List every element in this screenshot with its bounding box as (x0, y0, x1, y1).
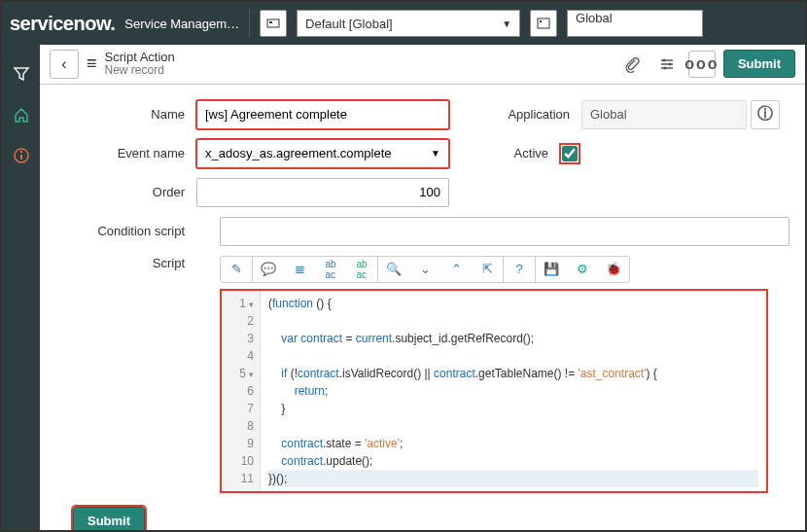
active-checkbox[interactable] (562, 146, 578, 161)
svg-rect-2 (538, 18, 549, 28)
name-input[interactable] (196, 100, 449, 129)
script-toolbar: ✎ 💬 ≣ abac abac 🔍 ⌄ ⌃ ⇱ (220, 256, 630, 283)
format-icon[interactable]: ✎ (221, 257, 252, 282)
scope-select[interactable]: Default [Global]▼ (297, 10, 520, 37)
event-name-label: Event name (55, 146, 196, 160)
save-icon[interactable]: 💾 (536, 257, 567, 282)
active-label: Active (473, 146, 560, 160)
line-gutter: 1234567891011 (222, 291, 261, 491)
submit-button-header[interactable]: Submit (723, 50, 795, 78)
svg-rect-1 (269, 21, 272, 23)
scope-picker-icon[interactable] (260, 10, 287, 37)
svg-point-9 (663, 66, 666, 69)
domain-select[interactable]: Global (567, 10, 703, 37)
popup-icon[interactable]: ⇱ (472, 257, 503, 282)
back-button[interactable]: ‹ (50, 50, 79, 79)
script-label: Script (55, 256, 196, 270)
menu-icon[interactable]: ≡ (87, 53, 97, 74)
submit-button-footer[interactable]: Submit (73, 507, 145, 530)
script-editor[interactable]: 1234567891011 (function () { var contrac… (220, 289, 768, 493)
application-label: Application (494, 107, 581, 122)
more-actions-button[interactable]: ooo (688, 51, 716, 78)
name-label: Name (55, 107, 196, 122)
app-title: Service Managem… (124, 17, 239, 31)
svg-point-8 (668, 62, 671, 65)
svg-rect-6 (20, 151, 22, 153)
settings-icon[interactable] (653, 51, 681, 78)
order-label: Order (55, 185, 196, 199)
help-icon[interactable]: ? (504, 257, 535, 282)
application-info-icon[interactable]: ⓘ (751, 100, 780, 129)
comment-icon[interactable]: 💬 (253, 257, 284, 282)
svg-rect-3 (540, 20, 542, 22)
search-icon[interactable]: 🔍 (378, 257, 409, 282)
servicenow-logo: servicenow. (10, 13, 115, 35)
replace-icon[interactable]: abac (315, 257, 346, 282)
info-icon[interactable] (12, 146, 31, 165)
application-value: Global (581, 100, 747, 129)
attachment-icon[interactable] (618, 51, 646, 78)
svg-point-7 (662, 58, 665, 61)
form-subtitle: New record (105, 64, 175, 78)
align-icon[interactable]: ≣ (284, 257, 315, 282)
collapse-icon[interactable]: ⌄ (409, 257, 440, 282)
run-icon[interactable]: ⚙ (567, 257, 598, 282)
order-input[interactable] (196, 178, 449, 207)
code-content[interactable]: (function () { var contract = current.su… (261, 291, 766, 491)
divider (249, 9, 250, 38)
expand-icon[interactable]: ⌃ (440, 257, 472, 282)
condition-script-label: Condition script (55, 224, 196, 238)
domain-picker-icon[interactable] (530, 10, 557, 37)
svg-rect-5 (20, 155, 22, 160)
event-name-select[interactable]: x_adosy_as.agreement.complete▼ (196, 139, 449, 168)
debug-icon[interactable]: 🐞 (598, 257, 629, 282)
home-icon[interactable] (12, 105, 31, 124)
form-title: Script Action (105, 51, 175, 65)
condition-script-input[interactable] (220, 217, 789, 246)
replace-all-icon[interactable]: abac (346, 257, 377, 282)
svg-rect-0 (267, 19, 279, 27)
filter-icon[interactable] (12, 64, 31, 84)
